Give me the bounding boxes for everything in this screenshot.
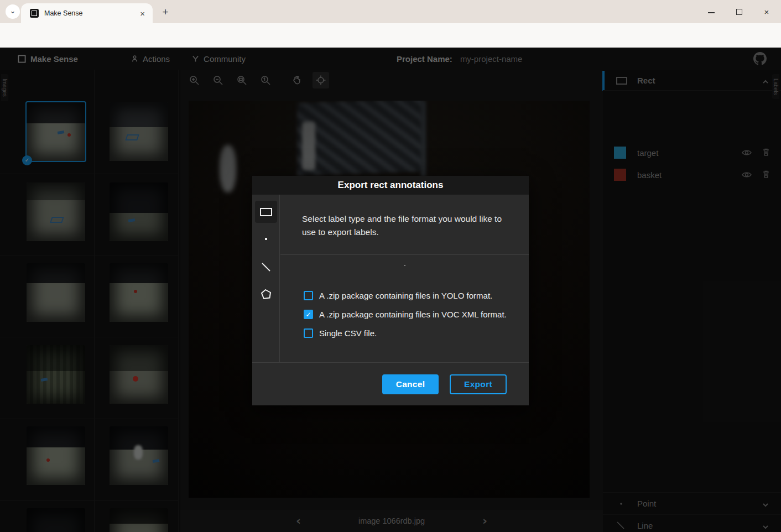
zoom-max-icon[interactable] [257, 72, 274, 88]
divider-dot [404, 265, 405, 266]
label-color-swatch [614, 169, 626, 181]
point-section-header[interactable]: Point [603, 492, 781, 514]
trash-icon[interactable] [761, 169, 772, 180]
rect-type-tab[interactable] [255, 201, 277, 223]
maximize-button[interactable] [733, 7, 744, 17]
zoom-fit-icon[interactable] [233, 72, 250, 88]
label-color-swatch [614, 147, 626, 159]
rect-icon [260, 208, 272, 216]
image-thumbnail[interactable] [27, 182, 85, 241]
line-icon [615, 520, 627, 532]
close-window-button[interactable]: × [761, 7, 772, 17]
image-thumbnail[interactable] [110, 426, 168, 485]
selected-check-badge: ✓ [22, 155, 32, 165]
option-yolo[interactable]: ✓ A .zip package containing files in YOL… [304, 290, 525, 300]
nav-actions-label: Actions [143, 54, 170, 64]
images-tab-label: Images [2, 79, 8, 97]
nav-community-label: Community [204, 54, 246, 64]
option-label: Single CSV file. [319, 328, 377, 338]
nav-actions[interactable]: Actions [131, 54, 170, 64]
line-type-tab[interactable] [255, 256, 277, 278]
modal-divider [280, 254, 529, 255]
export-annotations-modal: Export rect annotations Select label typ… [252, 176, 529, 405]
images-side-tab[interactable]: Images [1, 74, 8, 101]
site-favicon-icon [30, 9, 39, 18]
image-thumbnail-selected[interactable]: ✓ [27, 102, 85, 161]
rect-icon [616, 77, 627, 85]
label-name: target [637, 148, 741, 158]
image-thumbnail[interactable] [27, 508, 85, 532]
polygon-type-tab[interactable] [255, 284, 277, 306]
browser-toolbar: makesense.ai ☆ Tp G 2 C [0, 23, 781, 48]
trash-icon[interactable] [761, 147, 772, 158]
polygon-icon [259, 288, 273, 302]
browser-tab[interactable]: Make Sense × [21, 3, 153, 23]
point-icon [265, 238, 267, 240]
option-csv[interactable]: ✓ Single CSV file. [304, 328, 525, 338]
minimize-button[interactable] [706, 7, 717, 17]
zoom-in-icon[interactable] [186, 72, 202, 88]
github-icon[interactable] [753, 52, 767, 67]
image-thumbnail[interactable] [110, 508, 168, 532]
image-thumbnail[interactable] [27, 263, 85, 322]
rect-section-header[interactable]: Rect [603, 71, 781, 91]
tab-title: Make Sense [44, 9, 138, 17]
image-thumbnail[interactable] [110, 182, 168, 241]
new-tab-button[interactable]: + [158, 5, 173, 19]
cancel-button[interactable]: Cancel [382, 374, 439, 394]
image-thumbnail[interactable] [110, 102, 168, 161]
checkbox[interactable]: ✓ [304, 291, 313, 300]
image-thumbnail[interactable] [110, 345, 168, 404]
option-label: A .zip package containing files in VOC X… [319, 310, 507, 319]
label-row-basket[interactable]: basket [603, 163, 781, 187]
current-image-name: image 1066rdb.jpg [309, 517, 475, 525]
images-panel: ✓ [0, 70, 180, 532]
chevron-down-icon[interactable] [762, 500, 769, 507]
labels-tab-label: Labels [773, 79, 779, 95]
modal-title: Export rect annotations [252, 176, 529, 195]
eye-icon[interactable] [741, 169, 752, 180]
next-image-icon[interactable]: › [475, 510, 495, 531]
app-top-nav: Make Sense Actions Community Project Nam… [0, 48, 781, 70]
point-type-tab[interactable] [255, 228, 277, 250]
checkbox[interactable]: ✓ [304, 328, 313, 338]
line-icon [259, 260, 273, 274]
check-icon: ✓ [305, 311, 312, 318]
previous-image-icon[interactable]: ‹ [288, 510, 309, 531]
point-icon [615, 498, 627, 510]
labels-panel: Rect target basket [603, 70, 781, 532]
tab-close-icon[interactable]: × [138, 9, 147, 18]
modal-description: Select label type and the file format yo… [302, 212, 510, 239]
image-nav-bar: ‹ image 1066rdb.jpg › [180, 510, 603, 532]
option-label: A .zip package containing files in YOLO … [319, 291, 492, 300]
label-name: basket [637, 170, 741, 180]
screen: ⌄ Make Sense × + × [0, 0, 781, 532]
image-thumbnail[interactable] [27, 426, 85, 485]
browser-tab-strip: ⌄ Make Sense × + × [0, 0, 781, 23]
export-button[interactable]: Export [450, 374, 507, 394]
project-name-label: Project Name: [397, 54, 452, 64]
label-row-target[interactable]: target [603, 140, 781, 165]
app-brand-text: Make Sense [30, 54, 78, 64]
project-name-input[interactable]: my-project-name [460, 54, 523, 64]
eye-icon[interactable] [741, 147, 752, 158]
tab-search-button[interactable]: ⌄ [6, 4, 20, 19]
checkbox[interactable]: ✓ [304, 310, 313, 319]
option-voc-xml[interactable]: ✓ A .zip package containing files in VOC… [304, 309, 525, 319]
chevron-down-icon[interactable] [762, 523, 769, 529]
chevron-up-icon[interactable] [762, 77, 769, 84]
rect-section-title: Rect [637, 76, 762, 85]
labels-side-tab[interactable]: Labels [772, 74, 779, 99]
line-section-header[interactable]: Line [603, 514, 781, 532]
nav-community[interactable]: Community [192, 54, 246, 64]
point-section-title: Point [637, 499, 762, 508]
app-logo[interactable]: Make Sense [18, 54, 78, 64]
window-controls: × [706, 0, 777, 23]
image-thumbnail[interactable] [110, 263, 168, 322]
drag-hand-icon[interactable] [289, 72, 305, 88]
canvas-toolbar [180, 70, 603, 91]
modal-footer-divider [252, 362, 529, 363]
image-thumbnail[interactable] [27, 345, 85, 404]
zoom-out-icon[interactable] [210, 72, 226, 88]
crosshair-tool-icon[interactable] [313, 72, 329, 88]
